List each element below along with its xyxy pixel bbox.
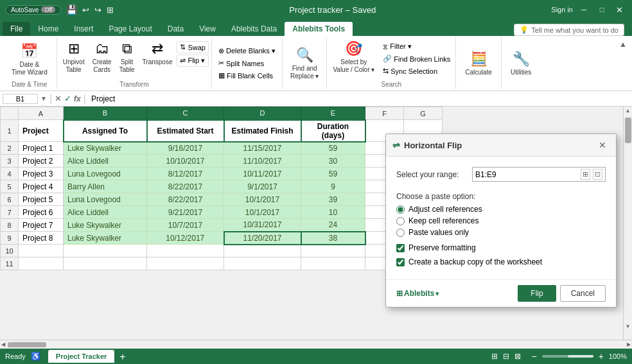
cell-e8[interactable]: 24 [301,219,365,232]
cell-b1[interactable]: Assigned To [64,120,147,142]
col-header-c[interactable]: C [147,107,224,120]
h-scroll-thumb[interactable] [8,342,46,347]
undo-icon[interactable]: ↩ [82,5,89,15]
cell-e2[interactable]: 59 [301,142,365,155]
cell-e6[interactable]: 39 [301,193,365,206]
cell-c7[interactable]: 9/21/2017 [147,206,224,219]
cell-c5[interactable]: 8/22/2017 [147,180,224,193]
cell-a5[interactable]: Project 4 [19,180,64,193]
autosave-toggle[interactable]: AutoSave Off [5,5,61,15]
date-time-wizard-btn[interactable]: 📅 Date &Time Wizard [8,41,51,78]
cell-c4[interactable]: 8/12/2017 [147,168,224,180]
col-header-b[interactable]: B [64,107,147,120]
cell-b5[interactable]: Barry Allen [64,180,147,193]
cell-a1[interactable]: Project [19,120,64,142]
cell-c1[interactable]: Estimated Start [147,120,224,142]
sheet-tab-project-tracker[interactable]: Project Tracker [48,350,115,363]
cell-b10[interactable] [64,245,147,257]
calculate-btn[interactable]: 🧮 Calculate [461,49,496,78]
cell-b8[interactable]: Luke Skywalker [64,219,147,232]
cell-b4[interactable]: Luna Lovegood [64,168,147,180]
cell-c6[interactable]: 8/22/2017 [147,193,224,206]
view-break-icon[interactable]: ⊠ [514,352,521,361]
h-scroll-track[interactable] [8,342,624,347]
cell-c3[interactable]: 10/10/2017 [147,155,224,168]
flip-btn[interactable]: ⇌ Flip ▾ [177,55,209,67]
tab-data[interactable]: Data [160,22,191,36]
cell-c8[interactable]: 10/7/2017 [147,219,224,232]
radio-paste-values[interactable]: Paste values only [396,228,606,237]
flip-action-btn[interactable]: Flip [518,285,556,302]
formula-input[interactable] [89,94,629,103]
ablebits-dropdown-icon[interactable]: ▾ [435,290,439,297]
add-sheet-btn[interactable]: + [116,351,129,363]
scroll-left-btn[interactable]: ◀ [1,342,5,347]
cell-b11[interactable] [64,257,147,270]
cell-d7[interactable]: 10/1/2017 [224,206,301,219]
cell-d1[interactable]: Estimated Finish [224,120,301,142]
cell-d10[interactable] [224,245,301,257]
cell-c10[interactable] [147,245,224,257]
name-box-dropdown[interactable]: ▼ [40,95,47,102]
cell-b6[interactable]: Luna Lovegood [64,193,147,206]
create-cards-btn[interactable]: 🗂 CreateCards [89,39,115,76]
find-replace-btn[interactable]: 🔍 Find andReplace ▾ [286,45,322,82]
accessibility-icon[interactable]: ♿ [31,352,40,361]
cell-e9[interactable]: 38 [301,232,365,245]
zoom-out-btn[interactable]: − [531,351,536,361]
swap-btn[interactable]: ⇅ Swap [177,41,209,53]
cell-b3[interactable]: Alice Liddell [64,155,147,168]
cell-d3[interactable]: 11/10/2017 [224,155,301,168]
vertical-scrollbar[interactable]: ▲ ▼ [623,107,632,340]
customize-icon[interactable]: ⊞ [107,5,114,15]
tab-home[interactable]: Home [30,22,66,36]
preserve-formatting-row[interactable]: Preserve formatting [396,243,606,252]
unpivot-table-btn[interactable]: ⊞ UnpivotTable [60,39,88,76]
cell-e3[interactable]: 30 [301,155,365,168]
close-btn[interactable]: ✕ [613,3,627,16]
find-broken-links-btn[interactable]: 🔗 Find Broken Links [380,53,453,64]
scroll-thumb[interactable] [625,117,631,143]
radio-keep[interactable]: Keep cell references [396,216,606,225]
cell-d5[interactable]: 9/1/2017 [224,180,301,193]
cancel-formula-icon[interactable]: ✕ [55,94,62,103]
redo-icon[interactable]: ↪ [94,5,101,15]
range-select-icon[interactable]: ⊡ [593,169,602,180]
save-icon[interactable]: 💾 [66,4,77,15]
tab-file[interactable]: File [3,22,30,36]
dialog-close-btn[interactable]: ✕ [595,138,610,152]
cell-a4[interactable]: Project 3 [19,168,64,180]
radio-adjust[interactable]: Adjust cell references [396,205,606,214]
tab-ablebits-tools[interactable]: Ablebits Tools [285,22,353,36]
scroll-down-btn[interactable]: ▼ [624,322,632,331]
cell-d6[interactable]: 10/1/2017 [224,193,301,206]
cell-d2[interactable]: 11/15/2017 [224,142,301,155]
search-box[interactable]: 💡 Tell me what you want to do [514,24,624,36]
backup-row[interactable]: Create a backup copy of the worksheet [396,257,606,266]
cell-e7[interactable]: 10 [301,206,365,219]
tab-ablebits-data[interactable]: Ablebits Data [224,22,285,36]
col-header-d[interactable]: D [224,107,301,120]
transpose-btn[interactable]: ⇄ Transpose [139,39,176,68]
sync-selection-btn[interactable]: ⇆ Sync Selection [380,65,453,76]
cell-a6[interactable]: Project 5 [19,193,64,206]
filter-btn[interactable]: ⧖ Filter ▾ [380,41,453,52]
name-box[interactable] [3,94,38,104]
col-header-a[interactable]: A [19,107,64,120]
cell-a7[interactable]: Project 6 [19,206,64,219]
cell-c11[interactable] [147,257,224,270]
cell-b7[interactable]: Alice Liddell [64,206,147,219]
cell-c9[interactable]: 10/12/2017 [147,232,224,245]
view-normal-icon[interactable]: ⊞ [491,352,498,361]
zoom-in-btn[interactable]: + [599,351,604,361]
tab-page-layout[interactable]: Page Layout [101,22,159,36]
cancel-dialog-btn[interactable]: Cancel [560,285,606,302]
ablebits-logo[interactable]: ⊞ Ablebits ▾ [396,289,439,298]
scroll-right-btn[interactable]: ▶ [627,342,631,347]
cell-a8[interactable]: Project 7 [19,219,64,232]
cell-a3[interactable]: Project 2 [19,155,64,168]
scroll-up-btn[interactable]: ▲ [624,107,632,115]
cell-a9[interactable]: Project 8 [19,232,64,245]
col-header-g[interactable]: G [404,107,443,120]
range-expand-icon[interactable]: ⊞ [581,169,590,180]
